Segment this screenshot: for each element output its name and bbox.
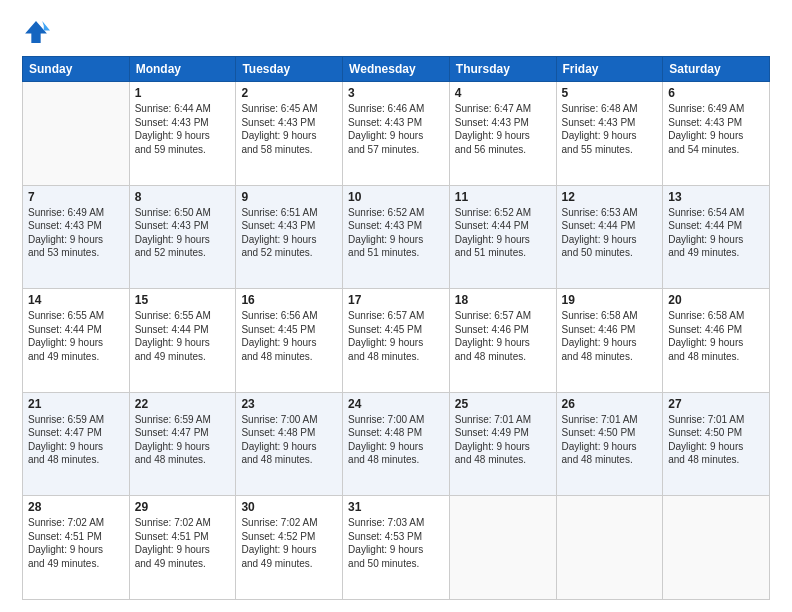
weekday-sunday: Sunday <box>23 57 130 82</box>
calendar-cell: 15Sunrise: 6:55 AMSunset: 4:44 PMDayligh… <box>129 289 236 393</box>
calendar-cell: 22Sunrise: 6:59 AMSunset: 4:47 PMDayligh… <box>129 392 236 496</box>
day-number: 23 <box>241 397 337 411</box>
calendar-table: SundayMondayTuesdayWednesdayThursdayFrid… <box>22 56 770 600</box>
day-info: Sunrise: 6:58 AMSunset: 4:46 PMDaylight:… <box>668 309 764 363</box>
day-number: 1 <box>135 86 231 100</box>
calendar-week-row: 7Sunrise: 6:49 AMSunset: 4:43 PMDaylight… <box>23 185 770 289</box>
calendar-cell: 4Sunrise: 6:47 AMSunset: 4:43 PMDaylight… <box>449 82 556 186</box>
day-number: 13 <box>668 190 764 204</box>
day-number: 11 <box>455 190 551 204</box>
calendar-cell: 6Sunrise: 6:49 AMSunset: 4:43 PMDaylight… <box>663 82 770 186</box>
calendar-cell <box>663 496 770 600</box>
weekday-wednesday: Wednesday <box>343 57 450 82</box>
day-number: 20 <box>668 293 764 307</box>
day-info: Sunrise: 6:52 AMSunset: 4:43 PMDaylight:… <box>348 206 444 260</box>
day-number: 4 <box>455 86 551 100</box>
day-info: Sunrise: 6:57 AMSunset: 4:45 PMDaylight:… <box>348 309 444 363</box>
calendar-cell: 8Sunrise: 6:50 AMSunset: 4:43 PMDaylight… <box>129 185 236 289</box>
day-number: 30 <box>241 500 337 514</box>
day-info: Sunrise: 6:58 AMSunset: 4:46 PMDaylight:… <box>562 309 658 363</box>
day-info: Sunrise: 7:02 AMSunset: 4:52 PMDaylight:… <box>241 516 337 570</box>
day-number: 28 <box>28 500 124 514</box>
day-info: Sunrise: 6:57 AMSunset: 4:46 PMDaylight:… <box>455 309 551 363</box>
header <box>22 18 770 46</box>
day-number: 3 <box>348 86 444 100</box>
day-info: Sunrise: 7:02 AMSunset: 4:51 PMDaylight:… <box>28 516 124 570</box>
day-number: 31 <box>348 500 444 514</box>
day-number: 15 <box>135 293 231 307</box>
day-number: 16 <box>241 293 337 307</box>
calendar-cell <box>449 496 556 600</box>
day-number: 14 <box>28 293 124 307</box>
calendar-cell: 24Sunrise: 7:00 AMSunset: 4:48 PMDayligh… <box>343 392 450 496</box>
calendar-cell: 19Sunrise: 6:58 AMSunset: 4:46 PMDayligh… <box>556 289 663 393</box>
calendar-cell: 7Sunrise: 6:49 AMSunset: 4:43 PMDaylight… <box>23 185 130 289</box>
day-number: 26 <box>562 397 658 411</box>
calendar-cell: 18Sunrise: 6:57 AMSunset: 4:46 PMDayligh… <box>449 289 556 393</box>
weekday-friday: Friday <box>556 57 663 82</box>
weekday-thursday: Thursday <box>449 57 556 82</box>
calendar-cell: 9Sunrise: 6:51 AMSunset: 4:43 PMDaylight… <box>236 185 343 289</box>
day-info: Sunrise: 6:54 AMSunset: 4:44 PMDaylight:… <box>668 206 764 260</box>
calendar-body: 1Sunrise: 6:44 AMSunset: 4:43 PMDaylight… <box>23 82 770 600</box>
svg-marker-1 <box>42 21 50 30</box>
day-number: 2 <box>241 86 337 100</box>
weekday-monday: Monday <box>129 57 236 82</box>
day-info: Sunrise: 6:52 AMSunset: 4:44 PMDaylight:… <box>455 206 551 260</box>
day-info: Sunrise: 6:59 AMSunset: 4:47 PMDaylight:… <box>28 413 124 467</box>
day-info: Sunrise: 6:55 AMSunset: 4:44 PMDaylight:… <box>28 309 124 363</box>
page: SundayMondayTuesdayWednesdayThursdayFrid… <box>0 0 792 612</box>
calendar-week-row: 21Sunrise: 6:59 AMSunset: 4:47 PMDayligh… <box>23 392 770 496</box>
calendar-cell: 17Sunrise: 6:57 AMSunset: 4:45 PMDayligh… <box>343 289 450 393</box>
day-info: Sunrise: 6:49 AMSunset: 4:43 PMDaylight:… <box>28 206 124 260</box>
day-number: 22 <box>135 397 231 411</box>
day-info: Sunrise: 6:45 AMSunset: 4:43 PMDaylight:… <box>241 102 337 156</box>
day-number: 27 <box>668 397 764 411</box>
day-info: Sunrise: 6:55 AMSunset: 4:44 PMDaylight:… <box>135 309 231 363</box>
calendar-cell: 5Sunrise: 6:48 AMSunset: 4:43 PMDaylight… <box>556 82 663 186</box>
calendar-cell: 23Sunrise: 7:00 AMSunset: 4:48 PMDayligh… <box>236 392 343 496</box>
calendar-cell: 3Sunrise: 6:46 AMSunset: 4:43 PMDaylight… <box>343 82 450 186</box>
day-info: Sunrise: 6:50 AMSunset: 4:43 PMDaylight:… <box>135 206 231 260</box>
logo-icon <box>22 18 50 46</box>
day-info: Sunrise: 6:56 AMSunset: 4:45 PMDaylight:… <box>241 309 337 363</box>
calendar-cell: 29Sunrise: 7:02 AMSunset: 4:51 PMDayligh… <box>129 496 236 600</box>
day-info: Sunrise: 6:49 AMSunset: 4:43 PMDaylight:… <box>668 102 764 156</box>
calendar-cell: 14Sunrise: 6:55 AMSunset: 4:44 PMDayligh… <box>23 289 130 393</box>
calendar-cell: 13Sunrise: 6:54 AMSunset: 4:44 PMDayligh… <box>663 185 770 289</box>
calendar-week-row: 28Sunrise: 7:02 AMSunset: 4:51 PMDayligh… <box>23 496 770 600</box>
day-number: 18 <box>455 293 551 307</box>
day-info: Sunrise: 6:59 AMSunset: 4:47 PMDaylight:… <box>135 413 231 467</box>
day-number: 24 <box>348 397 444 411</box>
day-info: Sunrise: 7:00 AMSunset: 4:48 PMDaylight:… <box>348 413 444 467</box>
calendar-cell: 16Sunrise: 6:56 AMSunset: 4:45 PMDayligh… <box>236 289 343 393</box>
calendar-week-row: 1Sunrise: 6:44 AMSunset: 4:43 PMDaylight… <box>23 82 770 186</box>
calendar-cell: 27Sunrise: 7:01 AMSunset: 4:50 PMDayligh… <box>663 392 770 496</box>
calendar-cell: 10Sunrise: 6:52 AMSunset: 4:43 PMDayligh… <box>343 185 450 289</box>
weekday-saturday: Saturday <box>663 57 770 82</box>
day-info: Sunrise: 7:00 AMSunset: 4:48 PMDaylight:… <box>241 413 337 467</box>
calendar-cell: 26Sunrise: 7:01 AMSunset: 4:50 PMDayligh… <box>556 392 663 496</box>
calendar-cell: 28Sunrise: 7:02 AMSunset: 4:51 PMDayligh… <box>23 496 130 600</box>
day-info: Sunrise: 6:53 AMSunset: 4:44 PMDaylight:… <box>562 206 658 260</box>
day-info: Sunrise: 7:01 AMSunset: 4:50 PMDaylight:… <box>668 413 764 467</box>
weekday-tuesday: Tuesday <box>236 57 343 82</box>
calendar-cell: 30Sunrise: 7:02 AMSunset: 4:52 PMDayligh… <box>236 496 343 600</box>
calendar-cell: 2Sunrise: 6:45 AMSunset: 4:43 PMDaylight… <box>236 82 343 186</box>
day-info: Sunrise: 7:01 AMSunset: 4:50 PMDaylight:… <box>562 413 658 467</box>
day-number: 9 <box>241 190 337 204</box>
calendar-cell <box>556 496 663 600</box>
day-info: Sunrise: 6:51 AMSunset: 4:43 PMDaylight:… <box>241 206 337 260</box>
day-number: 12 <box>562 190 658 204</box>
day-info: Sunrise: 6:47 AMSunset: 4:43 PMDaylight:… <box>455 102 551 156</box>
day-info: Sunrise: 7:02 AMSunset: 4:51 PMDaylight:… <box>135 516 231 570</box>
calendar-cell: 31Sunrise: 7:03 AMSunset: 4:53 PMDayligh… <box>343 496 450 600</box>
day-number: 29 <box>135 500 231 514</box>
calendar-cell: 11Sunrise: 6:52 AMSunset: 4:44 PMDayligh… <box>449 185 556 289</box>
day-info: Sunrise: 6:44 AMSunset: 4:43 PMDaylight:… <box>135 102 231 156</box>
calendar-cell: 12Sunrise: 6:53 AMSunset: 4:44 PMDayligh… <box>556 185 663 289</box>
day-number: 19 <box>562 293 658 307</box>
day-number: 21 <box>28 397 124 411</box>
calendar-cell: 20Sunrise: 6:58 AMSunset: 4:46 PMDayligh… <box>663 289 770 393</box>
day-info: Sunrise: 6:48 AMSunset: 4:43 PMDaylight:… <box>562 102 658 156</box>
